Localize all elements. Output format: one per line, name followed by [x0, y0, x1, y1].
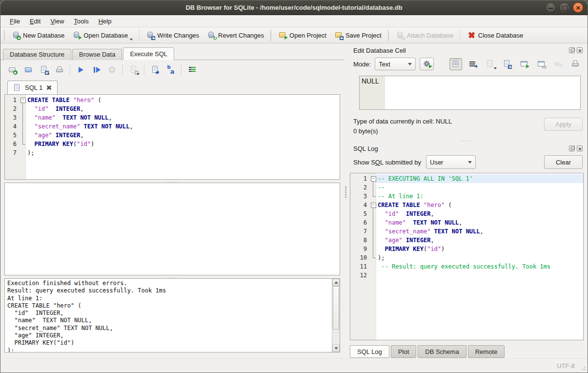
- export-button[interactable]: [518, 58, 530, 70]
- menu-help[interactable]: Help: [94, 17, 116, 26]
- message-scrollbar[interactable]: [332, 279, 340, 352]
- find-icon: [151, 65, 160, 74]
- print-button[interactable]: [53, 64, 65, 76]
- save-sql-file-button[interactable]: [38, 64, 50, 76]
- panel-splitter[interactable]: [344, 43, 347, 358]
- sql-document-icon: [13, 83, 21, 92]
- sql-doc-tab[interactable]: SQL 1: [7, 81, 58, 94]
- maximize-icon: [560, 3, 569, 12]
- fold-marker-icon[interactable]: [370, 174, 376, 183]
- code-text: );: [26, 148, 340, 157]
- word-wrap-button[interactable]: [466, 58, 479, 70]
- stop-button: [106, 64, 118, 76]
- attach-database-icon: [396, 31, 405, 40]
- close-tab-icon[interactable]: [46, 84, 52, 91]
- open-external-button[interactable]: [535, 58, 547, 70]
- menu-edit[interactable]: Edit: [25, 17, 45, 26]
- fold-marker-icon[interactable]: [20, 96, 26, 104]
- set-null-icon: [554, 60, 563, 68]
- bottom-tab-sql-log[interactable]: SQL Log: [350, 345, 389, 358]
- resize-grip-icon[interactable]: [580, 365, 586, 371]
- auto-format-button[interactable]: [186, 64, 198, 76]
- message-pane[interactable]: Execution finished without errors. Resul…: [4, 278, 340, 352]
- new-database-button[interactable]: New Database: [8, 29, 68, 42]
- chevron-down-icon[interactable]: [494, 67, 497, 69]
- cell-text-area[interactable]: [385, 76, 580, 109]
- toolbar-drag-handle[interactable]: [270, 30, 272, 41]
- scroll-thumb[interactable]: [333, 286, 339, 330]
- line-number: 6: [5, 140, 20, 148]
- edit-cell-header: Edit Database Cell: [350, 45, 584, 55]
- sql-editor[interactable]: 1CREATE TABLE "hero" (2 "id" INTEGER,3 "…: [4, 94, 340, 180]
- fold-marker-icon[interactable]: [370, 201, 376, 209]
- revert-changes-button[interactable]: Revert Changes: [203, 29, 268, 42]
- sql-log-view[interactable]: 1-- EXECUTING ALL IN 'SQL 1'2--3-- At li…: [350, 173, 584, 340]
- cell-null-indicator: NULL: [360, 76, 385, 109]
- open-project-button[interactable]: Open Project: [274, 29, 330, 42]
- execute-sql-page: SQL 1 1CREATE TABLE "hero" (2 "id" INTEG…: [0, 60, 344, 358]
- fold-marker-icon: [20, 148, 26, 157]
- code-line: 7);: [5, 148, 340, 157]
- open-sql-file-button[interactable]: [22, 64, 34, 76]
- tab-execute-sql[interactable]: Execute SQL: [123, 47, 174, 60]
- close-panel-icon[interactable]: [577, 145, 583, 151]
- open-database-button[interactable]: Open Database: [68, 29, 137, 42]
- clear-button[interactable]: Clear: [544, 155, 583, 169]
- execute-current-line-button[interactable]: [90, 64, 102, 76]
- new-tab-button[interactable]: [6, 64, 19, 76]
- toolbar-drag-handle[interactable]: [3, 30, 6, 41]
- code-text: CREATE TABLE "hero" (: [26, 96, 340, 104]
- float-panel-icon[interactable]: [569, 47, 575, 53]
- float-panel-icon[interactable]: [569, 145, 575, 151]
- save-project-button[interactable]: Save Project: [330, 29, 385, 42]
- results-pane[interactable]: [4, 183, 340, 275]
- scroll-down-icon[interactable]: [332, 345, 340, 352]
- code-line: 3 "name" TEXT NOT NULL,: [5, 113, 340, 122]
- tab-database-structure[interactable]: Database Structure: [3, 49, 71, 60]
- tab-browse-data[interactable]: Browse Data: [72, 49, 122, 60]
- execute-all-button[interactable]: [75, 64, 87, 76]
- close-icon: [573, 3, 583, 12]
- line-number: 12: [350, 271, 370, 280]
- fold-marker-icon: [370, 192, 376, 201]
- stop-icon: [108, 65, 117, 74]
- minimize-button[interactable]: [546, 2, 556, 13]
- submitted-by-select[interactable]: User: [426, 155, 476, 169]
- bottom-tab-db-schema[interactable]: DB Schema: [418, 345, 466, 358]
- splitter-cell-log[interactable]: ......: [350, 137, 584, 144]
- chevron-down-icon[interactable]: [130, 39, 133, 41]
- auto-apply-button[interactable]: [420, 58, 434, 70]
- find-button[interactable]: [149, 64, 161, 76]
- write-changes-button[interactable]: Write Changes: [142, 29, 203, 42]
- cell-icon-group: [449, 58, 584, 70]
- bottom-tab-remote[interactable]: Remote: [468, 345, 505, 358]
- cell-info: Type of data currently in cell: NULL 0 b…: [353, 118, 584, 137]
- find-replace-button[interactable]: [164, 64, 177, 76]
- scroll-track[interactable]: [332, 286, 340, 345]
- bottom-tab-plot[interactable]: Plot: [391, 345, 416, 358]
- mode-select[interactable]: Text: [375, 58, 416, 70]
- import-icon: [486, 60, 494, 68]
- mode-label: Mode:: [353, 61, 371, 68]
- save-as-button[interactable]: [501, 58, 513, 70]
- text-mode-button[interactable]: [449, 58, 462, 70]
- menu-file[interactable]: File: [5, 17, 24, 26]
- titlebar[interactable]: DB Browser for SQLite - /home/user/code/…: [0, 0, 588, 15]
- toolbar-button-label: New Database: [23, 32, 64, 39]
- print-button[interactable]: [569, 58, 582, 70]
- maximize-button[interactable]: [559, 2, 569, 13]
- statusbar: UTF-8: [0, 358, 588, 373]
- sql-editor-lines: 1CREATE TABLE "hero" (2 "id" INTEGER,3 "…: [5, 95, 340, 157]
- apply-button[interactable]: Apply: [544, 118, 583, 131]
- chevron-down-icon[interactable]: [137, 73, 140, 75]
- scroll-up-icon[interactable]: [332, 279, 340, 286]
- cell-editor-area[interactable]: NULL: [359, 76, 581, 110]
- line-number: 5: [350, 209, 370, 218]
- menu-tools[interactable]: Tools: [69, 17, 93, 26]
- menu-view[interactable]: View: [46, 17, 68, 26]
- close-panel-icon[interactable]: [577, 47, 583, 53]
- toolbar-drag-handle[interactable]: [387, 30, 390, 41]
- save-as-icon: [503, 60, 511, 68]
- close-button[interactable]: [573, 2, 583, 13]
- close-database-button[interactable]: Close Database: [463, 29, 527, 42]
